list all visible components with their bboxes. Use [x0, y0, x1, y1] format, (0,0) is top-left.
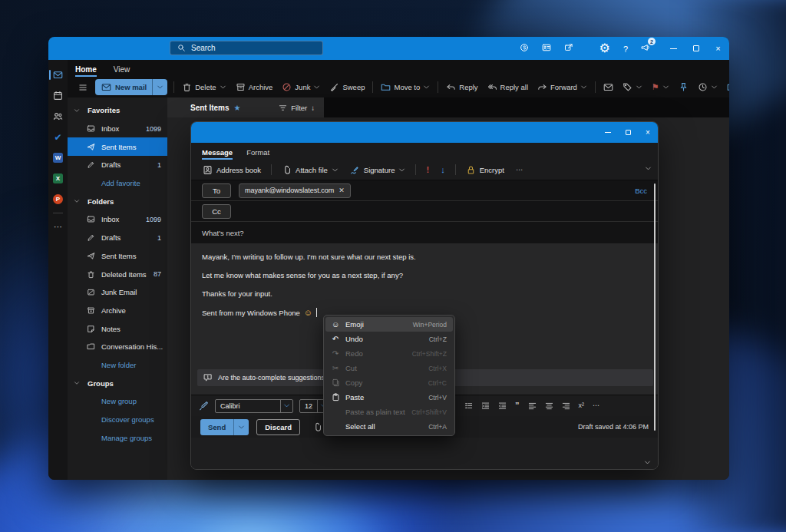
subject-field[interactable]: What's next?	[191, 222, 658, 243]
bullet-list-button[interactable]	[464, 401, 473, 410]
blockquote-button[interactable]: ”	[515, 401, 520, 410]
settings-gear-button[interactable]: ⚙	[599, 41, 610, 55]
sidebar-link-manage-groups[interactable]: Manage groups	[68, 428, 167, 447]
low-importance-button[interactable]: ↓	[437, 164, 449, 177]
align-center-button[interactable]	[545, 401, 553, 410]
junk-button[interactable]: Junk	[277, 80, 325, 94]
share-button[interactable]	[564, 41, 573, 55]
contact-card-button[interactable]	[542, 41, 551, 55]
indent-decrease-button[interactable]	[498, 401, 507, 410]
rail-item-word[interactable]: W	[48, 147, 68, 168]
move-rules-button[interactable]	[722, 80, 729, 94]
sidebar-link-new-group[interactable]: New group	[68, 392, 167, 411]
menu-item-undo[interactable]: ↶UndoCtrl+Z	[325, 332, 453, 346]
rail-item-powerpoint[interactable]: P	[48, 189, 68, 210]
help-button[interactable]: ?	[623, 41, 628, 55]
sidebar-item-notes[interactable]: Notes	[68, 319, 167, 338]
rail-item-people[interactable]	[48, 106, 68, 127]
align-left-button[interactable]	[528, 401, 537, 410]
tab-view[interactable]: View	[114, 65, 130, 77]
sidebar-link-discover-groups[interactable]: Discover groups	[68, 411, 167, 429]
tab-format[interactable]: Format	[246, 148, 269, 160]
superscript-button[interactable]: x²	[579, 402, 585, 409]
close-button[interactable]: ×	[707, 37, 729, 60]
archive-button[interactable]: Archive	[231, 80, 278, 94]
delete-button[interactable]: Delete	[177, 80, 230, 94]
compose-close-button[interactable]: ×	[638, 122, 658, 143]
snooze-button[interactable]	[693, 80, 722, 94]
feedback-button[interactable]: 2	[641, 41, 650, 55]
pin-button[interactable]	[674, 80, 693, 94]
menu-item-emoji[interactable]: ☺EmojiWin+Period	[325, 317, 453, 332]
indent-increase-button[interactable]	[481, 401, 490, 410]
rail-item-calendar[interactable]	[48, 85, 68, 106]
menu-item-select-all[interactable]: Select allCtrl+A	[325, 419, 453, 434]
maximize-button[interactable]	[685, 37, 707, 60]
compose-minimize-button[interactable]	[598, 122, 618, 143]
more-commands-button[interactable]: ⋯	[512, 164, 527, 176]
to-button[interactable]: To	[202, 183, 231, 198]
rail-item-mail[interactable]	[48, 64, 68, 85]
read-unread-button[interactable]	[599, 80, 618, 94]
bcc-link[interactable]: Bcc	[635, 187, 647, 195]
chevron-down-icon[interactable]	[152, 79, 167, 95]
presence-s-button[interactable]	[520, 41, 529, 55]
format-painter-icon[interactable]	[199, 401, 209, 411]
attach-file-button[interactable]: Attach file	[278, 163, 342, 177]
minimize-button[interactable]	[662, 37, 685, 60]
sidebar-item-drafts[interactable]: Drafts1	[68, 229, 167, 247]
encrypt-button[interactable]: Encrypt	[462, 163, 508, 177]
more-button[interactable]: ⋯	[593, 402, 599, 409]
compose-maximize-button[interactable]	[618, 122, 638, 143]
rail-item-more-apps[interactable]: ⋯	[48, 216, 68, 237]
compose-scrollbar[interactable]	[654, 183, 656, 431]
signature-button[interactable]: Signature	[346, 163, 410, 177]
forward-button[interactable]: Forward	[533, 80, 592, 94]
sidebar-item-inbox[interactable]: Inbox1099	[68, 120, 167, 138]
sidebar-item-sent-items[interactable]: Sent Items	[68, 247, 167, 266]
menu-item-paste[interactable]: PasteCtrl+V	[325, 390, 453, 405]
font-select[interactable]: Calibri	[215, 399, 293, 413]
sidebar-link-new-folder[interactable]: New folder	[68, 356, 167, 375]
sidebar-item-conversation-his-[interactable]: Conversation His...	[68, 338, 167, 356]
search-input[interactable]: Search	[170, 41, 323, 55]
tab-message[interactable]: Message	[202, 148, 233, 160]
sidebar-item-inbox[interactable]: Inbox1099	[68, 210, 167, 229]
sidebar-item-drafts[interactable]: Drafts1	[68, 156, 167, 174]
rail-item-excel[interactable]: X	[48, 168, 68, 189]
sidebar-item-sent-items[interactable]: Sent Items	[68, 137, 167, 156]
align-right-button[interactable]	[562, 401, 570, 410]
reply-button[interactable]: Reply	[441, 80, 482, 94]
section-header-groups[interactable]: Groups	[68, 374, 167, 392]
tab-home[interactable]: Home	[75, 65, 97, 77]
favorite-star-icon[interactable]: ★	[234, 104, 241, 112]
sidebar-item-deleted-items[interactable]: Deleted Items87	[68, 265, 167, 283]
hamburger-menu-button[interactable]	[74, 81, 92, 94]
sidebar-item-archive[interactable]: Archive	[68, 302, 167, 320]
remove-recipient-icon[interactable]: ✕	[339, 187, 345, 194]
filter-button[interactable]: Filter ↓	[279, 104, 315, 112]
address-book-button[interactable]: Address book	[199, 163, 265, 177]
sweep-button[interactable]: Sweep	[325, 80, 369, 94]
collapse-toolbar-chevron-icon[interactable]	[645, 165, 652, 172]
new-mail-button[interactable]: New mail	[95, 79, 167, 95]
paperclip-icon[interactable]	[312, 422, 322, 432]
section-header-folders[interactable]: Folders	[68, 192, 167, 210]
to-row[interactable]: To mayank@windowslatest.com ✕ Bcc	[191, 180, 658, 201]
sidebar-link-add-favorite[interactable]: Add favorite	[68, 174, 167, 193]
reply-all-button[interactable]: Reply all	[483, 80, 533, 94]
scroll-down-chevron-icon[interactable]	[644, 459, 651, 466]
flag-button[interactable]: ⚑	[647, 81, 674, 94]
cc-row[interactable]: Cc	[191, 201, 658, 222]
high-importance-button[interactable]: !	[422, 164, 433, 177]
send-button[interactable]: Send	[200, 419, 249, 435]
rail-item-todo[interactable]: ✔	[48, 127, 68, 147]
sidebar-item-junk-email[interactable]: Junk Email	[68, 283, 167, 302]
cc-button[interactable]: Cc	[202, 204, 231, 219]
categorize-button[interactable]	[618, 80, 647, 94]
compose-titlebar[interactable]: ×	[191, 122, 658, 143]
recipient-chip[interactable]: mayank@windowslatest.com ✕	[239, 183, 351, 198]
move-to-button[interactable]: Move to	[376, 80, 434, 94]
section-header-favorites[interactable]: Favorites	[68, 101, 167, 120]
discard-button[interactable]: Discard	[256, 419, 300, 435]
